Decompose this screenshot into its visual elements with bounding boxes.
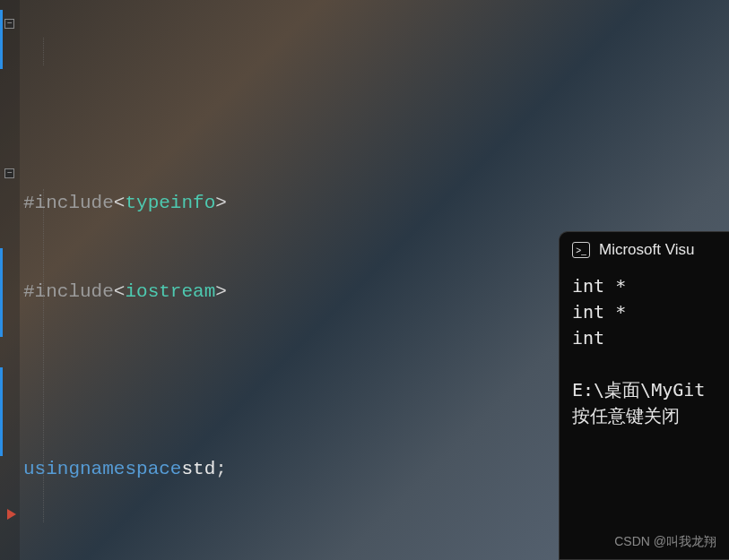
fold-toggle-icon[interactable]: − — [4, 168, 14, 178]
selection-marker — [0, 367, 3, 456]
gutter: − − — [0, 0, 20, 560]
fold-toggle-icon[interactable]: − — [4, 19, 14, 29]
selection-marker — [0, 10, 3, 69]
indent-guide — [43, 189, 44, 522]
watermark-text: CSDN @叫我龙翔 — [614, 534, 716, 550]
selection-marker — [0, 248, 3, 337]
code-line[interactable]: #include<typeinfo> — [20, 188, 729, 218]
indent-guide — [43, 38, 44, 65]
output-line: int * — [572, 273, 716, 299]
breakpoint-arrow-icon — [7, 509, 16, 520]
terminal-output[interactable]: int * int * int E:\桌面\MyGit 按任意键关闭 — [560, 266, 729, 436]
preproc-directive: #include — [23, 277, 114, 306]
terminal-title-text: Microsoft Visu — [599, 241, 694, 259]
terminal-titlebar[interactable]: >_ Microsoft Visu — [560, 232, 729, 266]
preproc-directive: #include — [23, 188, 114, 218]
output-line: 按任意键关闭 — [572, 403, 716, 429]
output-line: int * — [572, 299, 716, 325]
output-line: E:\桌面\MyGit — [572, 377, 716, 403]
terminal-window[interactable]: >_ Microsoft Visu int * int * int E:\桌面\… — [559, 231, 729, 560]
terminal-icon: >_ — [572, 242, 590, 258]
output-line: int — [572, 325, 716, 351]
